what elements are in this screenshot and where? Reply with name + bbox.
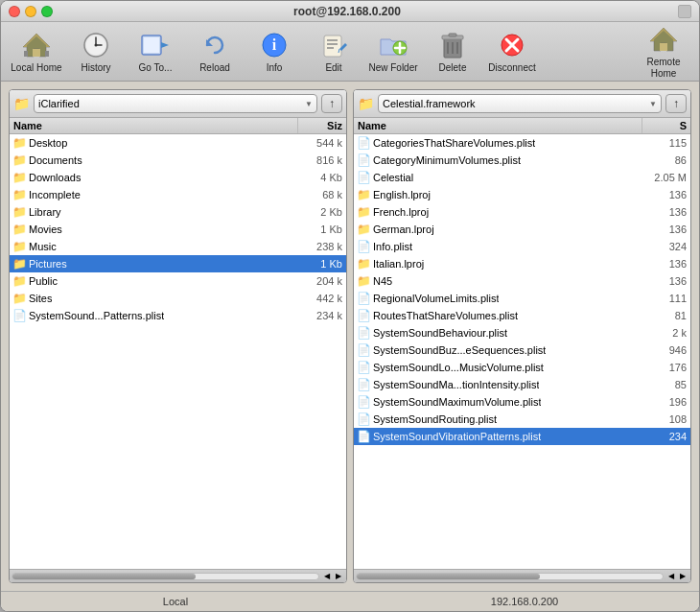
right-up-button[interactable]: ↑ (665, 94, 687, 113)
left-file-list[interactable]: 📁Desktop544 k📁Documents816 k📁Downloads4 … (10, 134, 346, 569)
list-item[interactable]: 📄SystemSound...Patterns.plist234 k (10, 307, 346, 324)
file-size-text: 85 (642, 379, 690, 390)
list-item[interactable]: 📄RoutesThatShareVolumes.plist81 (354, 307, 690, 324)
svg-rect-3 (24, 51, 28, 57)
main-content: 📁 iClarified ▼ ↑ Name Siz 📁Desktop544 k📁… (1, 82, 699, 611)
reload-button[interactable]: Reload (185, 25, 245, 79)
file-name-text: Incomplete (29, 189, 81, 200)
disconnect-icon (497, 30, 527, 60)
left-scrollbar-thumb[interactable] (12, 574, 196, 579)
edit-icon (318, 30, 349, 60)
list-item[interactable]: 📄CategoriesThatShareVolumes.plist115 (354, 134, 690, 152)
disconnect-button[interactable]: Disconnect (482, 25, 542, 79)
zoom-button[interactable] (41, 6, 53, 17)
history-label: History (81, 62, 110, 74)
list-item[interactable]: 📄SystemSoundMa...tionIntensity.plist85 (354, 376, 690, 393)
resize-button[interactable] (678, 5, 691, 18)
file-size-text: 4 Kb (298, 172, 346, 183)
folder-icon: 📁 (12, 204, 27, 220)
left-scrollbar-track[interactable] (12, 573, 319, 580)
file-size-text: 176 (642, 362, 690, 373)
file-size-text: 136 (642, 206, 690, 218)
list-item[interactable]: 📁Downloads4 Kb (10, 169, 346, 186)
list-item[interactable]: 📁German.lproj136 (354, 221, 690, 238)
right-panel: 📁 Celestial.framework ▼ ↑ Name S 📄Catego… (353, 89, 691, 583)
left-scroll-left-button[interactable]: ◀ (321, 571, 333, 582)
svg-rect-17 (324, 35, 341, 57)
left-directory-dropdown[interactable]: iClarified ▼ (34, 94, 317, 113)
list-item[interactable]: 📄SystemSoundVibrationPatterns.plist234 (354, 428, 690, 445)
right-scrollbar[interactable]: ◀ ▶ (354, 569, 690, 582)
file-size-text: 136 (642, 275, 690, 287)
right-directory-dropdown[interactable]: Celestial.framework ▼ (378, 94, 662, 113)
right-scroll-left-button[interactable]: ◀ (665, 571, 677, 582)
list-item[interactable]: 📁Music238 k (10, 238, 346, 255)
list-item[interactable]: 📁Italian.lproj136 (354, 255, 690, 272)
list-item[interactable]: 📁N45136 (354, 272, 690, 290)
info-button[interactable]: i Info (245, 25, 304, 79)
file-size-text: 81 (642, 310, 690, 321)
right-file-list-header: Name S (354, 118, 690, 134)
left-dropdown-arrow-icon: ▼ (305, 100, 313, 108)
list-item[interactable]: 📁Documents816 k (10, 152, 346, 169)
file-size-text: 115 (642, 137, 690, 149)
minimize-button[interactable] (25, 6, 36, 17)
left-up-button[interactable]: ↑ (321, 94, 342, 113)
go-to-button[interactable]: Go To... (126, 25, 185, 79)
folder-icon: 📁 (12, 153, 27, 168)
list-item[interactable]: 📁French.lproj136 (354, 203, 690, 221)
file-size-text: 2 Kb (298, 206, 346, 218)
right-scroll-right-button[interactable]: ▶ (677, 571, 688, 582)
remote-home-button[interactable]: Remote Home (634, 25, 693, 79)
folder-icon: 📁 (12, 135, 27, 151)
right-scrollbar-track[interactable] (356, 573, 664, 580)
left-size-col-header: Siz (298, 118, 346, 133)
list-item[interactable]: 📁Sites442 k (10, 290, 346, 307)
local-home-button[interactable]: Local Home (7, 25, 66, 79)
file-icon: 📄 (356, 170, 371, 185)
list-item[interactable]: 📁English.lproj136 (354, 186, 690, 203)
info-icon: i (259, 30, 290, 60)
list-item[interactable]: 📄Celestial2.05 M (354, 169, 690, 186)
file-size-text: 816 k (298, 154, 346, 166)
right-size-col-header: S (642, 118, 690, 133)
list-item[interactable]: 📁Movies1 Kb (10, 221, 346, 238)
svg-point-9 (95, 43, 98, 46)
left-scrollbar[interactable]: ◀ ▶ (10, 569, 346, 582)
list-item[interactable]: 📁Public204 k (10, 272, 346, 290)
file-name-text: SystemSoundLo...MusicVolume.plist (373, 362, 544, 373)
titlebar: root@192.168.0.200 (1, 1, 699, 22)
toolbar: Local Home History (1, 22, 699, 82)
file-size-text: 136 (642, 258, 690, 270)
list-item[interactable]: 📄SystemSoundLo...MusicVolume.plist176 (354, 359, 690, 376)
file-size-text: 196 (642, 396, 690, 408)
list-item[interactable]: 📁Library2 Kb (10, 203, 346, 221)
delete-button[interactable]: Delete (423, 25, 482, 79)
file-name-text: Library (29, 206, 61, 218)
left-scroll-right-button[interactable]: ▶ (333, 571, 344, 582)
list-item[interactable]: 📄SystemSoundBuz...eSequences.plist946 (354, 341, 690, 359)
edit-button[interactable]: Edit (304, 25, 363, 79)
window: root@192.168.0.200 Local Home (0, 0, 700, 612)
list-item[interactable]: 📄SystemSoundBehaviour.plist2 k (354, 324, 690, 341)
right-file-list[interactable]: 📄CategoriesThatShareVolumes.plist115📄Cat… (354, 134, 690, 569)
right-status: 192.168.0.200 (350, 596, 699, 607)
new-folder-button[interactable]: New Folder (363, 25, 423, 79)
list-item[interactable]: 📄CategoryMinimumVolumes.plist86 (354, 152, 690, 169)
right-folder-icon: 📁 (358, 96, 374, 111)
list-item[interactable]: 📄Info.plist324 (354, 238, 690, 255)
remote-house-icon (648, 24, 679, 55)
list-item[interactable]: 📁Pictures1 Kb (10, 255, 346, 272)
list-item[interactable]: 📁Incomplete68 k (10, 186, 346, 203)
close-button[interactable] (9, 6, 20, 17)
list-item[interactable]: 📄RegionalVolumeLimits.plist111 (354, 290, 690, 307)
right-scrollbar-thumb[interactable] (357, 574, 540, 579)
history-button[interactable]: History (66, 25, 126, 79)
list-item[interactable]: 📄SystemSoundRouting.plist108 (354, 411, 690, 428)
file-icon: 📄 (356, 342, 371, 358)
list-item[interactable]: 📁Desktop544 k (10, 134, 346, 152)
file-name-text: French.lproj (373, 206, 429, 218)
file-size-text: 68 k (298, 189, 346, 200)
list-item[interactable]: 📄SystemSoundMaximumVolume.plist196 (354, 393, 690, 411)
file-size-text: 946 (642, 344, 690, 356)
